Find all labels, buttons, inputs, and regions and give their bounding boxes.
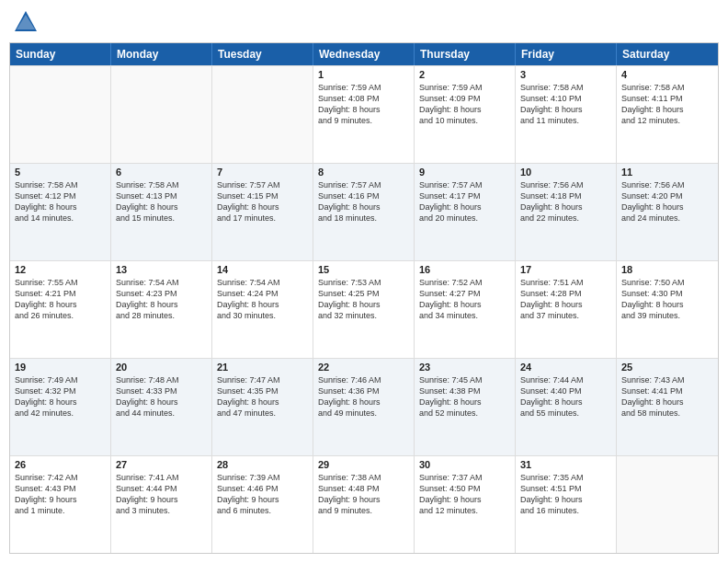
cell-line: Daylight: 8 hours	[520, 201, 611, 213]
calendar-cell: 5Sunrise: 7:58 AMSunset: 4:12 PMDaylight…	[10, 164, 111, 260]
cell-line: Daylight: 8 hours	[217, 299, 308, 310]
day-number: 2	[419, 69, 510, 80]
calendar-cell	[617, 456, 718, 553]
cell-line: and 34 minutes.	[419, 310, 510, 321]
day-number: 30	[419, 459, 510, 470]
cell-line: and 14 minutes.	[15, 213, 106, 224]
cell-line: Sunset: 4:17 PM	[419, 190, 510, 201]
cell-line: Daylight: 8 hours	[217, 201, 308, 213]
cell-line: Daylight: 8 hours	[15, 299, 106, 310]
cell-line: and 9 minutes.	[318, 115, 409, 126]
day-number: 5	[15, 167, 106, 178]
cell-line: and 18 minutes.	[318, 213, 409, 224]
cell-line: Sunrise: 7:37 AM	[419, 472, 510, 483]
cell-line: Sunrise: 7:57 AM	[419, 179, 510, 190]
cell-line: Sunset: 4:40 PM	[520, 385, 611, 396]
day-number: 21	[217, 362, 308, 373]
header	[9, 9, 719, 35]
cell-line: Sunrise: 7:59 AM	[318, 82, 409, 93]
day-number: 3	[520, 69, 611, 80]
cell-line: Sunset: 4:35 PM	[217, 385, 308, 396]
cell-line: Sunrise: 7:56 AM	[621, 179, 713, 190]
day-number: 26	[15, 459, 106, 470]
cell-line: Sunset: 4:41 PM	[621, 385, 713, 396]
cell-line: and 47 minutes.	[217, 408, 308, 419]
cell-line: Sunset: 4:11 PM	[621, 93, 713, 104]
cell-line: Sunrise: 7:39 AM	[217, 472, 308, 483]
calendar-cell: 23Sunrise: 7:45 AMSunset: 4:38 PMDayligh…	[415, 359, 516, 455]
cell-line: Daylight: 8 hours	[419, 201, 510, 213]
calendar-cell: 18Sunrise: 7:50 AMSunset: 4:30 PMDayligh…	[617, 261, 718, 358]
cell-line: and 1 minute.	[15, 505, 106, 516]
day-number: 12	[15, 264, 106, 275]
cell-line: Sunrise: 7:58 AM	[621, 82, 713, 93]
cell-line: and 37 minutes.	[520, 310, 611, 321]
cell-line: Sunset: 4:32 PM	[15, 385, 106, 396]
cell-line: Sunset: 4:38 PM	[419, 385, 510, 396]
cell-line: Sunset: 4:50 PM	[419, 483, 510, 494]
calendar-cell: 2Sunrise: 7:59 AMSunset: 4:09 PMDaylight…	[415, 66, 516, 163]
cell-line: Sunset: 4:13 PM	[116, 190, 207, 201]
cell-line: Sunrise: 7:58 AM	[520, 82, 611, 93]
cell-line: Sunset: 4:30 PM	[621, 288, 713, 299]
calendar-cell: 1Sunrise: 7:59 AMSunset: 4:08 PMDaylight…	[313, 66, 415, 163]
calendar-cell: 11Sunrise: 7:56 AMSunset: 4:20 PMDayligh…	[617, 164, 718, 260]
cell-line: Sunrise: 7:43 AM	[621, 374, 713, 385]
cell-line: Sunset: 4:18 PM	[520, 190, 611, 201]
day-number: 9	[419, 167, 510, 178]
cell-line: Sunset: 4:12 PM	[15, 190, 106, 201]
cell-line: Sunrise: 7:42 AM	[15, 472, 106, 483]
cell-line: Sunset: 4:44 PM	[116, 483, 207, 494]
calendar-cell: 8Sunrise: 7:57 AMSunset: 4:16 PMDaylight…	[313, 164, 415, 260]
cell-line: Daylight: 8 hours	[318, 201, 409, 213]
cell-line: and 11 minutes.	[520, 115, 611, 126]
cell-line: Sunrise: 7:54 AM	[217, 277, 308, 288]
calendar-cell: 22Sunrise: 7:46 AMSunset: 4:36 PMDayligh…	[313, 359, 415, 455]
cell-line: Sunrise: 7:41 AM	[116, 472, 207, 483]
cell-line: Daylight: 8 hours	[621, 201, 713, 213]
cell-line: Sunrise: 7:48 AM	[116, 374, 207, 385]
header-day-monday: Monday	[111, 43, 212, 65]
calendar-cell	[212, 66, 313, 163]
cell-line: Sunset: 4:08 PM	[318, 93, 409, 104]
calendar-cell: 7Sunrise: 7:57 AMSunset: 4:15 PMDaylight…	[212, 164, 313, 260]
cell-line: Sunset: 4:51 PM	[520, 483, 611, 494]
cell-line: Sunrise: 7:51 AM	[520, 277, 611, 288]
calendar-row: 19Sunrise: 7:49 AMSunset: 4:32 PMDayligh…	[10, 358, 718, 455]
cell-line: Sunset: 4:33 PM	[116, 385, 207, 396]
calendar-cell: 25Sunrise: 7:43 AMSunset: 4:41 PMDayligh…	[617, 359, 718, 455]
cell-line: and 10 minutes.	[419, 115, 510, 126]
cell-line: and 12 minutes.	[419, 505, 510, 516]
day-number: 17	[520, 264, 611, 275]
cell-line: and 52 minutes.	[419, 408, 510, 419]
day-number: 31	[520, 459, 611, 470]
calendar-cell: 28Sunrise: 7:39 AMSunset: 4:46 PMDayligh…	[212, 456, 313, 553]
cell-line: Daylight: 8 hours	[520, 396, 611, 408]
cell-line: Daylight: 8 hours	[318, 299, 409, 310]
calendar-row: 5Sunrise: 7:58 AMSunset: 4:12 PMDaylight…	[10, 163, 718, 260]
cell-line: Daylight: 8 hours	[419, 104, 510, 115]
logo-icon	[13, 9, 39, 35]
cell-line: Daylight: 8 hours	[116, 201, 207, 213]
cell-line: and 17 minutes.	[217, 213, 308, 224]
calendar-cell: 27Sunrise: 7:41 AMSunset: 4:44 PMDayligh…	[111, 456, 212, 553]
calendar-cell: 14Sunrise: 7:54 AMSunset: 4:24 PMDayligh…	[212, 261, 313, 358]
cell-line: Sunrise: 7:58 AM	[116, 179, 207, 190]
cell-line: Daylight: 8 hours	[621, 299, 713, 310]
cell-line: Daylight: 8 hours	[15, 396, 106, 408]
cell-line: Sunrise: 7:55 AM	[15, 277, 106, 288]
calendar-cell: 10Sunrise: 7:56 AMSunset: 4:18 PMDayligh…	[516, 164, 617, 260]
cell-line: Daylight: 9 hours	[116, 494, 207, 505]
cell-line: Sunset: 4:46 PM	[217, 483, 308, 494]
calendar-header: SundayMondayTuesdayWednesdayThursdayFrid…	[10, 43, 718, 65]
logo	[13, 9, 42, 35]
cell-line: Sunset: 4:43 PM	[15, 483, 106, 494]
calendar: SundayMondayTuesdayWednesdayThursdayFrid…	[9, 42, 719, 554]
cell-line: Daylight: 8 hours	[419, 396, 510, 408]
calendar-cell: 17Sunrise: 7:51 AMSunset: 4:28 PMDayligh…	[516, 261, 617, 358]
calendar-cell: 15Sunrise: 7:53 AMSunset: 4:25 PMDayligh…	[313, 261, 415, 358]
day-number: 23	[419, 362, 510, 373]
cell-line: Sunset: 4:10 PM	[520, 93, 611, 104]
cell-line: Daylight: 8 hours	[318, 396, 409, 408]
page: SundayMondayTuesdayWednesdayThursdayFrid…	[0, 0, 728, 563]
